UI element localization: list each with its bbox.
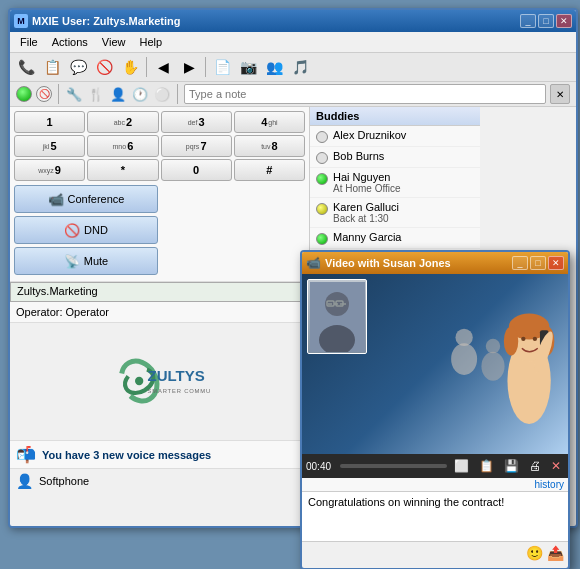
buddy-status-bob	[316, 152, 328, 164]
operator-area: Operator: Operator	[10, 302, 309, 323]
camera-icon[interactable]: 📷	[236, 55, 260, 79]
video-minimize-button[interactable]: _	[512, 256, 528, 270]
phone-icon[interactable]: 📞	[14, 55, 38, 79]
video-controls: 00:40 ⬜ 📋 💾 🖨 ✕	[302, 454, 568, 478]
video-ctrl-3[interactable]: 💾	[501, 458, 522, 474]
buddy-status-alex	[316, 131, 328, 143]
video-close-button[interactable]: ✕	[548, 256, 564, 270]
status-bar: 🚫 🔧 🍴 👤 🕐 ⚪ ✕	[10, 82, 576, 107]
person-icon[interactable]: 👤	[109, 85, 127, 103]
mute-label: Mute	[84, 255, 108, 267]
buddy-manny[interactable]: Manny Garcia	[310, 228, 480, 249]
menu-actions[interactable]: Actions	[46, 34, 94, 50]
video-ctrl-4[interactable]: 🖨	[526, 458, 544, 474]
dial-key-9[interactable]: wxyz9	[14, 159, 85, 181]
svg-point-14	[451, 343, 477, 375]
messages-text: You have 3 new voice messages	[42, 449, 211, 461]
buddy-name-bob: Bob Burns	[333, 150, 474, 162]
conference-button[interactable]: 📹 Conference	[14, 185, 158, 213]
mute-button[interactable]: 📡 Mute	[14, 247, 158, 275]
title-bar: M MXIE User: Zultys.Marketing _ □ ✕	[10, 10, 576, 32]
emoticon-button[interactable]: 🙂	[526, 545, 543, 561]
document-icon[interactable]: 📄	[210, 55, 234, 79]
svg-text:SMARTER COMMUNICATIONS: SMARTER COMMUNICATIONS	[147, 388, 210, 394]
video-ctrl-close[interactable]: ✕	[548, 458, 564, 474]
buddy-karen[interactable]: Karen Galluci Back at 1:30	[310, 198, 480, 228]
note-input[interactable]	[184, 84, 546, 104]
buddy-bob[interactable]: Bob Burns	[310, 147, 480, 168]
fork-knife-icon[interactable]: 🍴	[87, 85, 105, 103]
chat-input-area: 🙂 📤	[302, 541, 568, 564]
video-progress-bar[interactable]	[340, 464, 447, 468]
dial-key-7[interactable]: pqrs7	[161, 135, 232, 157]
dial-key-star[interactable]: *	[87, 159, 158, 181]
circle-icon[interactable]: ⚪	[153, 85, 171, 103]
video-title-bar: 📹 Video with Susan Jones _ □ ✕	[302, 252, 568, 274]
buddy-name-hai: Hai Nguyen	[333, 171, 474, 183]
dial-key-hash[interactable]: #	[234, 159, 305, 181]
operator-label: Operator: Operator	[16, 306, 109, 318]
video-ctrl-1[interactable]: ⬜	[451, 458, 472, 474]
dnd-label: DND	[84, 224, 108, 236]
softphone-label: Softphone	[39, 475, 89, 487]
status-no-dot[interactable]: 🚫	[36, 86, 52, 102]
dial-key-0[interactable]: 0	[161, 159, 232, 181]
dnd-button[interactable]: 🚫 DND	[14, 216, 158, 244]
buddy-sub-hai: At Home Office	[333, 183, 474, 194]
buddy-alex[interactable]: Alex Druznikov	[310, 126, 480, 147]
chat-icon[interactable]: 💬	[66, 55, 90, 79]
buddy-sub-karen: Back at 1:30	[333, 213, 474, 224]
dial-key-5[interactable]: jkl5	[14, 135, 85, 157]
dial-key-2[interactable]: abc2	[87, 111, 158, 133]
dial-key-8[interactable]: tuv8	[234, 135, 305, 157]
history-link[interactable]: history	[302, 478, 568, 491]
contacts-icon[interactable]: 📋	[40, 55, 64, 79]
hand-icon[interactable]: ✋	[118, 55, 142, 79]
send-button[interactable]: 📤	[547, 545, 564, 561]
clock-icon[interactable]: 🕐	[131, 85, 149, 103]
no-entry-icon[interactable]: 🚫	[92, 55, 116, 79]
mute-icon: 📡	[64, 254, 80, 269]
video-ctrl-2[interactable]: 📋	[476, 458, 497, 474]
messages-area: 📬 You have 3 new voice messages	[10, 440, 309, 468]
buddy-name-karen: Karen Galluci	[333, 201, 474, 213]
buddy-status-karen	[316, 203, 328, 215]
toolbar-separator	[146, 57, 147, 77]
dialpad-area: 1 abc2 def3 4ghi jkl5 mno6 pqrs7 tuv8 wx…	[10, 107, 309, 282]
back-icon[interactable]: ◀	[151, 55, 175, 79]
music-icon[interactable]: 🎵	[288, 55, 312, 79]
menu-view[interactable]: View	[96, 34, 132, 50]
clear-note-button[interactable]: ✕	[550, 84, 570, 104]
video-maximize-button[interactable]: □	[530, 256, 546, 270]
svg-text:ZULTYS: ZULTYS	[147, 367, 204, 384]
status-sep-2	[177, 84, 178, 104]
video-camera-icon: 📹	[306, 256, 321, 270]
remote-video-person	[428, 277, 558, 452]
app-icon: M	[14, 14, 28, 28]
call-status-label: Zultys.Marketing	[17, 285, 98, 297]
forward-icon[interactable]: ▶	[177, 55, 201, 79]
minimize-button[interactable]: _	[520, 14, 536, 28]
toolbar-separator-2	[205, 57, 206, 77]
chat-area: Congratulations on winning the contract!	[302, 491, 568, 541]
dial-key-3[interactable]: def3	[161, 111, 232, 133]
maximize-button[interactable]: □	[538, 14, 554, 28]
status-available-dot[interactable]	[16, 86, 32, 102]
menu-file[interactable]: File	[14, 34, 44, 50]
people-icon[interactable]: 👥	[262, 55, 286, 79]
dial-key-1[interactable]: 1	[14, 111, 85, 133]
wrench-icon[interactable]: 🔧	[65, 85, 83, 103]
toolbar: 📞 📋 💬 🚫 ✋ ◀ ▶ 📄 📷 👥 🎵	[10, 53, 576, 82]
dialpad-grid: 1 abc2 def3 4ghi jkl5 mno6 pqrs7 tuv8 wx…	[14, 111, 305, 181]
close-button[interactable]: ✕	[556, 14, 572, 28]
messages-icon: 📬	[16, 445, 36, 464]
buddy-hai[interactable]: Hai Nguyen At Home Office	[310, 168, 480, 198]
dial-key-6[interactable]: mno6	[87, 135, 158, 157]
self-view	[307, 279, 367, 354]
chat-message: Congratulations on winning the contract!	[308, 496, 504, 508]
video-area	[302, 274, 568, 454]
menu-help[interactable]: Help	[133, 34, 168, 50]
dial-key-4[interactable]: 4ghi	[234, 111, 305, 133]
softphone-area[interactable]: 👤 Softphone	[10, 468, 309, 493]
logo-graphic: ZULTYS SMARTER COMMUNICATIONS	[110, 351, 210, 411]
